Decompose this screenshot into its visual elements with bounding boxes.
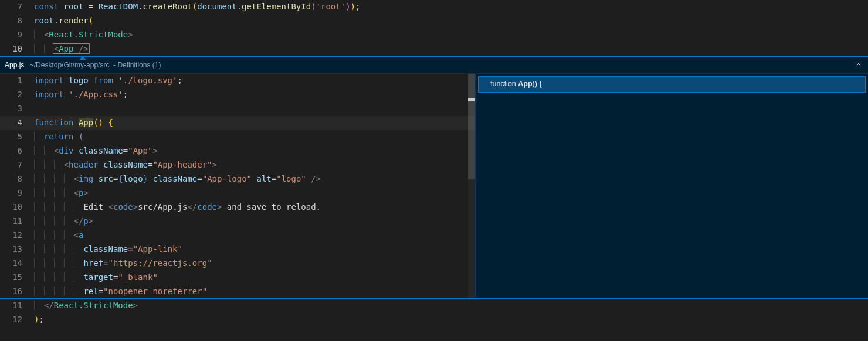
code-line[interactable]: 11 </React.StrictMode> bbox=[0, 299, 868, 313]
code-line[interactable]: 7const root = ReactDOM.createRoot(docume… bbox=[0, 0, 868, 14]
peek-scrollbar[interactable] bbox=[468, 74, 475, 298]
line-number: 14 bbox=[0, 257, 34, 271]
code-line[interactable]: 14 href="https://reactjs.org" bbox=[0, 257, 475, 271]
line-number: 7 bbox=[0, 158, 34, 172]
code-line[interactable]: 13 className="App-link" bbox=[0, 243, 475, 257]
close-icon[interactable] bbox=[854, 60, 863, 70]
line-number: 10 bbox=[0, 42, 34, 56]
line-number: 15 bbox=[0, 271, 34, 285]
code-content: rel="noopener noreferrer" bbox=[34, 285, 207, 299]
code-content: target="_blank" bbox=[34, 271, 158, 285]
peek-references-tree[interactable]: function App() { bbox=[475, 74, 868, 298]
main-editor-top[interactable]: 7const root = ReactDOM.createRoot(docume… bbox=[0, 0, 868, 56]
code-line[interactable]: 10 <App /> bbox=[0, 42, 868, 56]
peek-editor-pane[interactable]: 1import logo from './logo.svg';2import '… bbox=[0, 74, 475, 298]
code-content: const root = ReactDOM.createRoot(documen… bbox=[34, 0, 360, 14]
line-number: 1 bbox=[0, 74, 34, 88]
peek-titlebar: App.js ~/Desktop/Git/my-app/src - Defini… bbox=[0, 57, 868, 73]
line-number: 8 bbox=[0, 172, 34, 186]
code-content: Edit <code>src/App.js</code> and save to… bbox=[34, 200, 321, 214]
code-line[interactable]: 10 Edit <code>src/App.js</code> and save… bbox=[0, 200, 475, 214]
code-line[interactable]: 6 <div className="App"> bbox=[0, 144, 475, 158]
code-content: <App /> bbox=[34, 42, 89, 56]
line-number: 11 bbox=[0, 214, 34, 229]
code-line[interactable]: 7 <header className="App-header"> bbox=[0, 158, 475, 172]
code-line[interactable]: 3 bbox=[0, 102, 475, 116]
code-line[interactable]: 15 target="_blank" bbox=[0, 271, 475, 285]
line-number: 16 bbox=[0, 285, 34, 299]
peek-filename: App.js bbox=[5, 61, 24, 69]
code-content: function App() { bbox=[34, 116, 113, 130]
code-content: return ( bbox=[34, 130, 83, 144]
code-content: className="App-link" bbox=[34, 243, 182, 257]
code-line[interactable]: 16 rel="noopener noreferrer" bbox=[0, 285, 475, 299]
line-number: 3 bbox=[0, 102, 34, 116]
code-content: <div className="App"> bbox=[34, 144, 158, 158]
peek-view: App.js ~/Desktop/Git/my-app/src - Defini… bbox=[0, 56, 868, 299]
line-number: 12 bbox=[0, 229, 34, 243]
code-content: ); bbox=[34, 313, 44, 327]
code-line[interactable]: 8root.render( bbox=[0, 14, 868, 28]
code-line[interactable]: 4function App() { bbox=[0, 116, 475, 130]
code-line[interactable]: 5 return ( bbox=[0, 130, 475, 144]
code-line[interactable]: 1import logo from './logo.svg'; bbox=[0, 74, 475, 88]
line-number: 4 bbox=[0, 116, 34, 130]
line-number: 6 bbox=[0, 144, 34, 158]
code-line[interactable]: 2import './App.css'; bbox=[0, 88, 475, 102]
reference-item[interactable]: function App() { bbox=[478, 76, 866, 92]
code-content: <React.StrictMode> bbox=[34, 28, 133, 42]
code-line[interactable]: 11 </p> bbox=[0, 214, 475, 229]
code-content: import './App.css'; bbox=[34, 88, 128, 102]
code-line[interactable]: 12); bbox=[0, 313, 868, 327]
line-number: 10 bbox=[0, 200, 34, 214]
code-line[interactable]: 12 <a bbox=[0, 229, 475, 243]
line-number: 2 bbox=[0, 88, 34, 102]
line-number: 9 bbox=[0, 186, 34, 200]
code-content: <p> bbox=[34, 186, 89, 200]
main-editor-bottom[interactable]: 11 </React.StrictMode>12); bbox=[0, 299, 868, 327]
code-content: <img src={logo} className="App-logo" alt… bbox=[34, 172, 321, 186]
code-line[interactable]: 8 <img src={logo} className="App-logo" a… bbox=[0, 172, 475, 186]
code-line[interactable]: 9 <p> bbox=[0, 186, 475, 200]
line-number: 11 bbox=[0, 299, 34, 313]
code-content: root.render( bbox=[34, 14, 93, 28]
line-number: 8 bbox=[0, 14, 34, 28]
code-content: import logo from './logo.svg'; bbox=[34, 74, 182, 88]
code-content: href="https://reactjs.org" bbox=[34, 257, 212, 271]
line-number: 12 bbox=[0, 313, 34, 327]
code-content: </React.StrictMode> bbox=[34, 299, 138, 313]
line-number: 7 bbox=[0, 0, 34, 14]
line-number: 13 bbox=[0, 243, 34, 257]
code-content: </p> bbox=[34, 214, 93, 229]
code-content: <a bbox=[34, 229, 83, 243]
line-number: 5 bbox=[0, 130, 34, 144]
peek-filepath: ~/Desktop/Git/my-app/src bbox=[30, 61, 110, 69]
code-line[interactable]: 9 <React.StrictMode> bbox=[0, 28, 868, 42]
line-number: 9 bbox=[0, 28, 34, 42]
code-content: <header className="App-header"> bbox=[34, 158, 217, 172]
